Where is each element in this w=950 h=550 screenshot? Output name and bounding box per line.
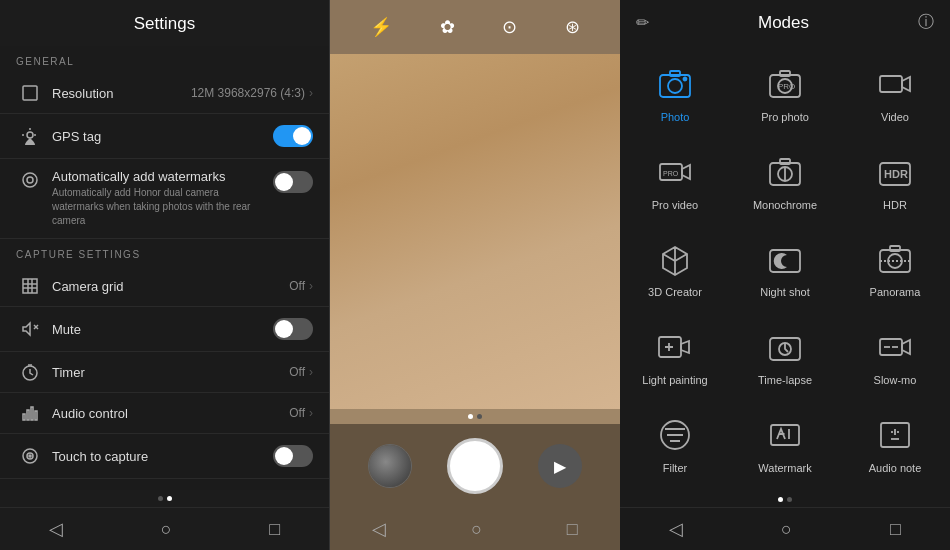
slow-mo-icon-wrap [874,326,916,368]
camera-settings-icon[interactable]: ⊙ [498,12,521,42]
svg-point-23 [668,79,682,93]
camera-controls: ▶ [330,424,620,508]
modes-grid: Photo PRO Pro photo Video [620,45,950,492]
settings-title: Settings [0,0,329,46]
svg-text:PRO: PRO [663,170,679,177]
gps-title: GPS tag [52,129,273,144]
video-icon-wrap [874,63,916,105]
gps-content: GPS tag [52,129,273,144]
mode-monochrome[interactable]: Monochrome [730,137,840,225]
svg-rect-41 [890,246,900,251]
modes-info-icon[interactable]: ⓘ [918,12,934,33]
audio-note-icon-wrap [874,414,916,456]
svg-point-3 [27,177,33,183]
video-label: Video [881,111,909,123]
timer-chevron: › [309,365,313,379]
watermarks-icon [16,171,44,189]
dot-2 [167,496,172,501]
flash-icon[interactable]: ⚡ [366,12,396,42]
modes-back-nav[interactable]: ◁ [669,518,683,540]
shutter-button[interactable] [447,438,503,494]
mode-filter[interactable]: Filter [620,400,730,488]
modes-home-nav[interactable]: ○ [781,519,792,540]
mode-video[interactable]: Video [840,49,950,137]
camera-home-nav[interactable]: ○ [471,519,482,540]
svg-point-1 [27,132,33,138]
video-button[interactable]: ▶ [538,444,582,488]
camera-grid-value: Off [289,279,305,293]
resolution-item[interactable]: Resolution 12M 3968x2976 (4:3) › [0,73,329,114]
svg-point-25 [684,77,687,80]
resolution-chevron: › [309,86,313,100]
back-nav-icon[interactable]: ◁ [49,518,63,540]
mode-audio-note[interactable]: Audio note [840,400,950,488]
svg-rect-4 [23,279,37,293]
mode-time-lapse[interactable]: Time-lapse [730,312,840,400]
home-nav-icon[interactable]: ○ [161,519,172,540]
mode-pro-photo[interactable]: PRO Pro photo [730,49,840,137]
audio-control-chevron: › [309,406,313,420]
mode-3d-creator[interactable]: 3D Creator [620,225,730,313]
capture-smiles-item[interactable]: Capture smiles Take photos automatically… [0,479,329,490]
audio-note-label: Audio note [869,462,922,474]
mute-icon [16,320,44,338]
time-lapse-label: Time-lapse [758,374,812,386]
watermarks-toggle[interactable] [273,171,313,193]
svg-point-2 [23,173,37,187]
svg-text:HDR: HDR [884,168,908,180]
audio-control-value: Off [289,406,305,420]
gps-tag-item[interactable]: GPS tag [0,114,329,159]
modes-dot-indicator [620,492,950,507]
camera-dot-2 [477,414,482,419]
photo-icon-wrap [654,63,696,105]
modes-title: Modes [649,13,918,33]
monochrome-label: Monochrome [753,199,817,211]
modes-recents-nav[interactable]: □ [890,519,901,540]
watermarks-item[interactable]: Automatically add watermarks Automatical… [0,159,329,239]
svg-rect-49 [771,425,799,445]
timer-icon [16,363,44,381]
timer-item[interactable]: Timer Off › [0,352,329,393]
resolution-title: Resolution [52,86,191,101]
modes-bottom-bar: ◁ ○ □ [620,507,950,550]
touch-capture-toggle[interactable] [273,445,313,467]
mode-slow-mo[interactable]: Slow-mo [840,312,950,400]
camera-grid-item[interactable]: Camera grid Off › [0,266,329,307]
audio-control-icon [16,404,44,422]
audio-control-item[interactable]: Audio control Off › [0,393,329,434]
watermarks-title: Automatically add watermarks [52,169,273,184]
modes-edit-icon[interactable]: ✏ [636,13,649,32]
mode-night-shot[interactable]: Night shot [730,225,840,313]
mode-panorama[interactable]: Panorama [840,225,950,313]
mute-toggle[interactable] [273,318,313,340]
svg-rect-0 [23,86,37,100]
watermarks-content: Automatically add watermarks Automatical… [52,169,273,228]
mode-watermark[interactable]: Watermark [730,400,840,488]
mode-pro-video[interactable]: PRO Pro video [620,137,730,225]
photo-label: Photo [661,111,690,123]
mode-photo[interactable]: Photo [620,49,730,137]
mute-item[interactable]: Mute [0,307,329,352]
recents-nav-icon[interactable]: □ [269,519,280,540]
shutter-inner [453,444,497,488]
settings-list: GENERAL Resolution 12M 3968x2976 (4:3) › [0,46,329,490]
camera-panel: ⚡ ✿ ⊙ ⊛ ▶ ◁ ○ □ [330,0,620,550]
gallery-thumbnail[interactable] [368,444,412,488]
time-lapse-icon-wrap [764,326,806,368]
touch-capture-item[interactable]: Touch to capture [0,434,329,479]
shutter-mode-icon[interactable]: ✿ [436,12,459,42]
camera-switch-icon[interactable]: ⊛ [561,12,584,42]
camera-back-nav[interactable]: ◁ [372,518,386,540]
filter-label: Filter [663,462,687,474]
light-painting-icon-wrap [654,326,696,368]
camera-recents-nav[interactable]: □ [567,519,578,540]
resolution-icon [16,84,44,102]
pro-photo-icon-wrap: PRO [764,63,806,105]
mode-light-painting[interactable]: Light painting [620,312,730,400]
camera-dot-indicator [330,409,620,424]
hdr-icon-wrap: HDR [874,151,916,193]
gallery-thumb-image [369,445,411,487]
gps-toggle[interactable] [273,125,313,147]
mode-hdr[interactable]: HDR HDR [840,137,950,225]
filter-icon-wrap [654,414,696,456]
